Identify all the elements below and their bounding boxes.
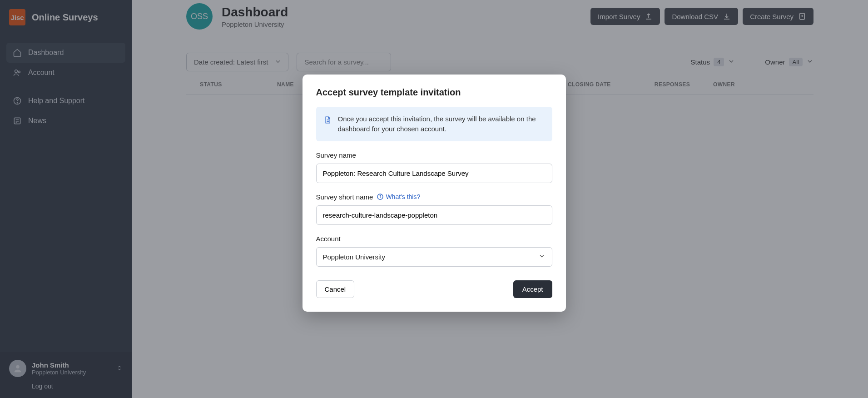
account-label: Account xyxy=(316,235,552,243)
accept-invitation-modal: Accept survey template invitation Once y… xyxy=(303,75,566,312)
cancel-button[interactable]: Cancel xyxy=(316,280,355,298)
whats-this-link[interactable]: What's this? xyxy=(377,193,420,200)
svg-point-14 xyxy=(380,195,381,195)
modal-overlay: Accept survey template invitation Once y… xyxy=(0,0,868,398)
survey-name-label: Survey name xyxy=(316,151,552,159)
survey-short-name-label: Survey short name xyxy=(316,193,373,201)
accept-button[interactable]: Accept xyxy=(513,280,552,298)
account-select[interactable]: Poppleton University xyxy=(316,247,552,267)
info-banner: Once you accept this invitation, the sur… xyxy=(316,107,552,141)
survey-short-name-input[interactable] xyxy=(316,205,552,225)
chevron-down-icon xyxy=(538,253,546,261)
modal-title: Accept survey template invitation xyxy=(316,87,552,98)
survey-name-input[interactable] xyxy=(316,164,552,183)
info-text: Once you accept this invitation, the sur… xyxy=(338,114,545,134)
info-icon xyxy=(377,193,384,200)
document-icon xyxy=(323,116,332,124)
